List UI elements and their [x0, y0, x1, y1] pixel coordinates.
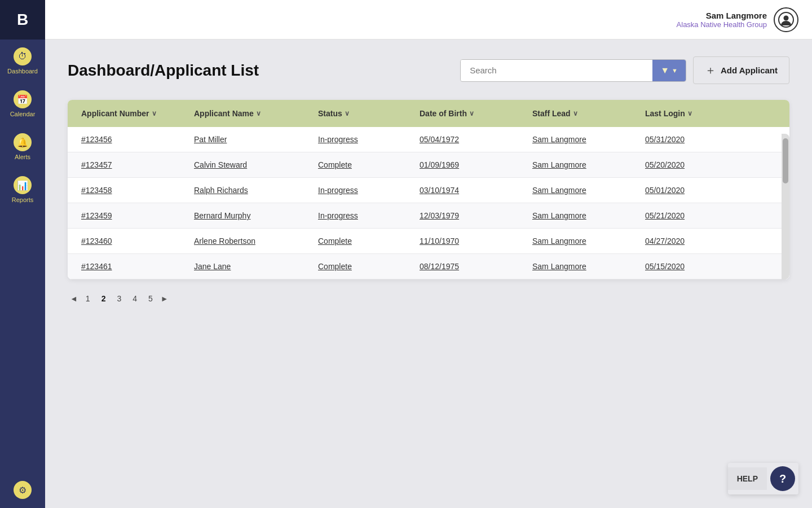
svg-point-1 — [784, 15, 789, 20]
user-name: Sam Langmore — [677, 11, 767, 20]
cell-staff-lead[interactable]: Sam Langmore — [532, 211, 645, 220]
cell-status[interactable]: Complete — [318, 160, 420, 169]
pagination-page-2[interactable]: 2 — [98, 293, 109, 304]
col-header-app-name-label: Applicant Name — [194, 109, 254, 118]
cell-app-name[interactable]: Arlene Robertson — [194, 237, 318, 246]
col-header-last-login-label: Last Login — [645, 109, 685, 118]
cell-last-login[interactable]: 05/01/2020 — [645, 186, 747, 195]
settings-icon: ⚙ — [14, 481, 32, 499]
pagination-page-5[interactable]: 5 — [145, 293, 156, 304]
cell-dob[interactable]: 03/10/1974 — [420, 186, 532, 195]
cell-app-number[interactable]: #123456 — [81, 135, 194, 144]
user-profile[interactable]: Sam Langmore Alaska Native Health Group — [677, 7, 798, 32]
dashboard-icon: ⏱ — [14, 47, 32, 65]
sidebar-label-reports: Reports — [12, 196, 34, 203]
cell-status[interactable]: Complete — [318, 262, 420, 271]
sidebar: B ⏱ Dashboard 📅 Calendar 🔔 Alerts 📊 Repo… — [0, 0, 45, 508]
cell-staff-lead[interactable]: Sam Langmore — [532, 237, 645, 246]
pagination-page-4[interactable]: 4 — [129, 293, 140, 304]
cell-dob[interactable]: 12/03/1979 — [420, 211, 532, 220]
col-sort-arrow-status: ∨ — [345, 110, 350, 117]
page-controls: ▼ ▼ ＋ Add Applicant — [460, 56, 789, 84]
cell-last-login[interactable]: 05/21/2020 — [645, 211, 747, 220]
calendar-icon: 📅 — [14, 90, 32, 108]
table-row[interactable]: #123456 Pat Miller In-progress 05/04/197… — [68, 127, 789, 152]
applicant-table: Applicant Number ∨ Applicant Name ∨ Stat… — [68, 100, 789, 279]
cell-dob[interactable]: 05/04/1972 — [420, 135, 532, 144]
cell-dob[interactable]: 08/12/1975 — [420, 262, 532, 271]
col-sort-arrow-last-login: ∨ — [687, 110, 692, 117]
cell-app-name[interactable]: Bernard Murphy — [194, 211, 318, 220]
pagination-next[interactable]: ► — [161, 294, 169, 303]
cell-staff-lead[interactable]: Sam Langmore — [532, 160, 645, 169]
cell-dob[interactable]: 01/09/1969 — [420, 160, 532, 169]
help-button[interactable]: HELP ? — [728, 463, 798, 494]
pagination-page-1[interactable]: 1 — [82, 293, 94, 304]
add-applicant-label: Add Applicant — [721, 65, 778, 75]
sidebar-item-alerts[interactable]: 🔔 Alerts — [0, 125, 45, 168]
plus-icon: ＋ — [705, 63, 716, 78]
cell-status[interactable]: In-progress — [318, 186, 420, 195]
page-header: Dashboard/Applicant List ▼ ▼ ＋ Add Appli… — [68, 56, 789, 84]
cell-staff-lead[interactable]: Sam Langmore — [532, 186, 645, 195]
col-header-status-label: Status — [318, 109, 342, 118]
main-content: Sam Langmore Alaska Native Health Group … — [45, 0, 812, 508]
sidebar-item-calendar[interactable]: 📅 Calendar — [0, 82, 45, 125]
sidebar-label-calendar: Calendar — [10, 111, 36, 117]
cell-app-number[interactable]: #123461 — [81, 262, 194, 271]
cell-app-number[interactable]: #123457 — [81, 160, 194, 169]
cell-status[interactable]: In-progress — [318, 135, 420, 144]
cell-last-login[interactable]: 04/27/2020 — [645, 237, 747, 246]
cell-app-number[interactable]: #123459 — [81, 211, 194, 220]
col-sort-arrow-dob: ∨ — [469, 110, 474, 117]
sidebar-label-dashboard: Dashboard — [7, 68, 38, 75]
cell-staff-lead[interactable]: Sam Langmore — [532, 262, 645, 271]
cell-last-login[interactable]: 05/20/2020 — [645, 160, 747, 169]
avatar[interactable] — [774, 7, 798, 32]
table-row[interactable]: #123458 Ralph Richards In-progress 03/10… — [68, 178, 789, 203]
page-title: Dashboard/Applicant List — [68, 62, 259, 80]
cell-staff-lead[interactable]: Sam Langmore — [532, 135, 645, 144]
sidebar-settings[interactable]: ⚙ — [0, 472, 45, 508]
pagination-page-3[interactable]: 3 — [113, 293, 125, 304]
search-input[interactable] — [461, 60, 652, 81]
filter-dropdown-icon: ▼ — [672, 67, 678, 74]
col-header-last-login[interactable]: Last Login ∨ — [645, 109, 747, 118]
add-applicant-button[interactable]: ＋ Add Applicant — [693, 56, 789, 84]
scrollbar-thumb — [783, 138, 788, 183]
content-area: Dashboard/Applicant List ▼ ▼ ＋ Add Appli… — [45, 40, 812, 508]
col-header-app-number-label: Applicant Number — [81, 109, 149, 118]
filter-button[interactable]: ▼ ▼ — [652, 60, 686, 81]
col-header-status[interactable]: Status ∨ — [318, 109, 420, 118]
table-scrollbar[interactable] — [782, 134, 789, 279]
col-header-dob[interactable]: Date of Birth ∨ — [420, 109, 532, 118]
cell-status[interactable]: In-progress — [318, 211, 420, 220]
cell-app-name[interactable]: Ralph Richards — [194, 186, 318, 195]
table-row[interactable]: #123460 Arlene Robertson Complete 11/10/… — [68, 229, 789, 254]
cell-last-login[interactable]: 05/15/2020 — [645, 262, 747, 271]
cell-app-name[interactable]: Pat Miller — [194, 135, 318, 144]
cell-last-login[interactable]: 05/31/2020 — [645, 135, 747, 144]
table-row[interactable]: #123457 Calvin Steward Complete 01/09/19… — [68, 152, 789, 178]
col-header-staff-lead[interactable]: Staff Lead ∨ — [532, 109, 645, 118]
col-header-app-name[interactable]: Applicant Name ∨ — [194, 109, 318, 118]
table-row[interactable]: #123461 Jane Lane Complete 08/12/1975 Sa… — [68, 254, 789, 279]
help-label: HELP — [728, 467, 767, 490]
pagination-prev[interactable]: ◄ — [70, 294, 78, 303]
sidebar-item-reports[interactable]: 📊 Reports — [0, 168, 45, 211]
cell-dob[interactable]: 11/10/1970 — [420, 237, 532, 246]
cell-app-name[interactable]: Jane Lane — [194, 262, 318, 271]
col-header-app-number[interactable]: Applicant Number ∨ — [81, 109, 194, 118]
app-logo: B — [0, 0, 45, 40]
table-body: #123456 Pat Miller In-progress 05/04/197… — [68, 127, 789, 279]
cell-app-name[interactable]: Calvin Steward — [194, 160, 318, 169]
table-header: Applicant Number ∨ Applicant Name ∨ Stat… — [68, 100, 789, 127]
sidebar-label-alerts: Alerts — [15, 154, 30, 160]
col-sort-arrow-staff-lead: ∨ — [573, 110, 578, 117]
sidebar-item-dashboard[interactable]: ⏱ Dashboard — [0, 40, 45, 82]
cell-app-number[interactable]: #123460 — [81, 237, 194, 246]
col-sort-arrow-app-number: ∨ — [152, 110, 157, 117]
cell-status[interactable]: Complete — [318, 237, 420, 246]
table-row[interactable]: #123459 Bernard Murphy In-progress 12/03… — [68, 203, 789, 229]
cell-app-number[interactable]: #123458 — [81, 186, 194, 195]
